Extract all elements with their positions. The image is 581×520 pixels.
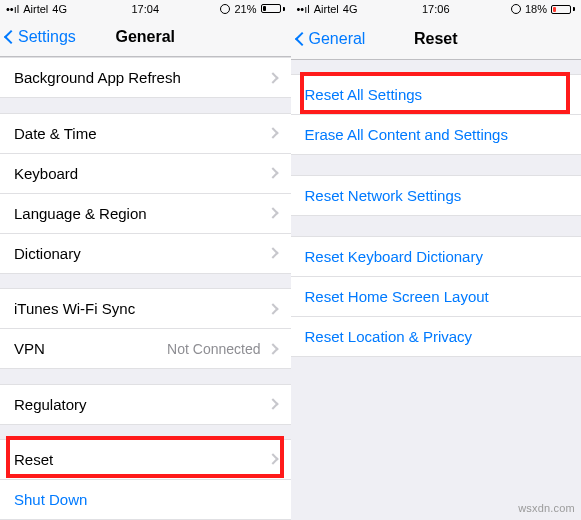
cell-label: Shut Down: [14, 491, 87, 508]
cell-label: Language & Region: [14, 205, 147, 222]
cell-dictionary[interactable]: Dictionary: [0, 234, 291, 274]
cell-label: Reset Network Settings: [305, 187, 462, 204]
cell-label: Reset Home Screen Layout: [305, 288, 489, 305]
cell-regulatory[interactable]: Regulatory: [0, 385, 291, 425]
nav-title: Reset: [291, 30, 582, 48]
carrier-label: Airtel: [314, 3, 339, 15]
screen-reset: ••ıl Airtel 4G 17:06 18% General Reset R…: [291, 0, 582, 520]
chevron-right-icon: [267, 343, 278, 354]
chevron-right-icon: [267, 398, 278, 409]
chevron-right-icon: [267, 454, 278, 465]
battery-percent: 18%: [525, 3, 547, 15]
cell-label: Erase All Content and Settings: [305, 126, 508, 143]
cell-language-region[interactable]: Language & Region: [0, 194, 291, 234]
battery-icon: [551, 5, 575, 14]
cell-label: VPN: [14, 340, 45, 357]
watermark: wsxdn.com: [518, 502, 575, 514]
cell-reset-all-settings[interactable]: Reset All Settings: [291, 75, 582, 115]
screen-general: ••ıl Airtel 4G 17:04 21% Settings Genera…: [0, 0, 291, 520]
chevron-right-icon: [267, 128, 278, 139]
cell-reset-network[interactable]: Reset Network Settings: [291, 176, 582, 216]
cell-label: Regulatory: [14, 396, 87, 413]
cell-label: Date & Time: [14, 125, 97, 142]
cell-label: Keyboard: [14, 165, 78, 182]
nav-title: General: [0, 28, 291, 46]
cell-label: Dictionary: [14, 245, 81, 262]
cell-reset-keyboard-dict[interactable]: Reset Keyboard Dictionary: [291, 237, 582, 277]
nav-bar: Settings General: [0, 17, 291, 57]
battery-percent: 21%: [234, 3, 256, 15]
cell-keyboard[interactable]: Keyboard: [0, 154, 291, 194]
cell-vpn[interactable]: VPN Not Connected: [0, 329, 291, 369]
settings-list[interactable]: Background App Refresh Date & Time Keybo…: [0, 57, 291, 520]
cell-label: Background App Refresh: [14, 69, 181, 86]
cell-label: Reset Location & Privacy: [305, 328, 473, 345]
cell-label: Reset All Settings: [305, 86, 423, 103]
chevron-right-icon: [267, 72, 278, 83]
alarm-icon: [220, 4, 230, 14]
chevron-right-icon: [267, 168, 278, 179]
battery-icon: [261, 4, 285, 13]
status-bar: ••ıl Airtel 4G 17:04 21%: [0, 0, 291, 17]
cell-itunes-wifi-sync[interactable]: iTunes Wi-Fi Sync: [0, 289, 291, 329]
network-label: 4G: [343, 3, 358, 15]
nav-bar: General Reset: [291, 18, 582, 60]
cell-background-app-refresh[interactable]: Background App Refresh: [0, 58, 291, 98]
cell-reset[interactable]: Reset: [0, 440, 291, 480]
cell-reset-location-privacy[interactable]: Reset Location & Privacy: [291, 317, 582, 357]
vpn-status: Not Connected: [167, 341, 260, 357]
chevron-right-icon: [267, 248, 278, 259]
cell-reset-home-screen[interactable]: Reset Home Screen Layout: [291, 277, 582, 317]
cell-label: iTunes Wi-Fi Sync: [14, 300, 135, 317]
chevron-right-icon: [267, 208, 278, 219]
chevron-right-icon: [267, 303, 278, 314]
carrier-label: Airtel: [23, 3, 48, 15]
signal-bars-icon: ••ıl: [297, 3, 310, 15]
reset-list[interactable]: Reset All Settings Erase All Content and…: [291, 60, 582, 520]
cell-date-time[interactable]: Date & Time: [0, 114, 291, 154]
cell-erase-all-content[interactable]: Erase All Content and Settings: [291, 115, 582, 155]
alarm-icon: [511, 4, 521, 14]
cell-shut-down[interactable]: Shut Down: [0, 480, 291, 520]
status-bar: ••ıl Airtel 4G 17:06 18%: [291, 0, 582, 18]
network-label: 4G: [52, 3, 67, 15]
cell-label: Reset: [14, 451, 53, 468]
cell-label: Reset Keyboard Dictionary: [305, 248, 483, 265]
signal-bars-icon: ••ıl: [6, 3, 19, 15]
